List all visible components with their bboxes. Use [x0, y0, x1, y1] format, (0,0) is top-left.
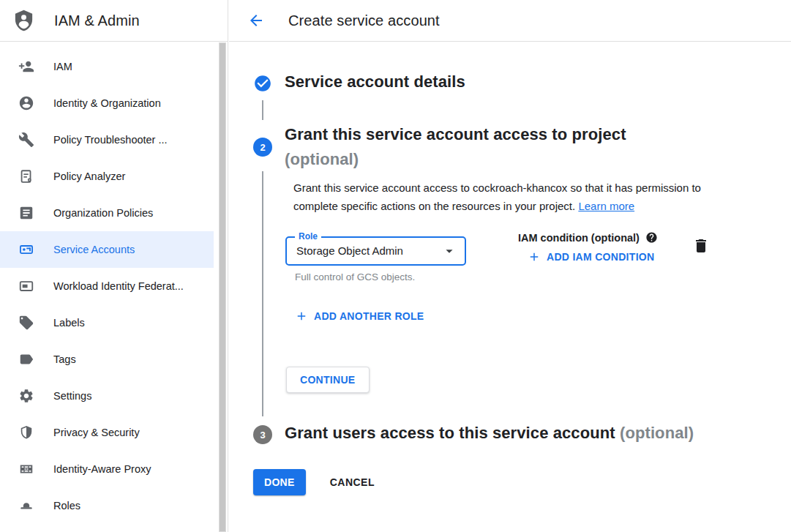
- step-connector: [262, 100, 263, 120]
- sidebar-item-label: Privacy & Security: [53, 427, 140, 438]
- label-arrow-icon: [18, 351, 34, 367]
- step2-title: Grant this service account access to pro…: [285, 122, 626, 172]
- document-gear-icon: [18, 168, 34, 184]
- sidebar-item-label: Identity & Organization: [53, 97, 161, 109]
- step2-title-text: Grant this service account access to pro…: [285, 125, 626, 143]
- iam-condition-block: IAM condition (optional) ADD IAM CONDITI…: [518, 231, 658, 263]
- app-title: IAM & Admin: [54, 12, 140, 29]
- sidebar-item-service-accounts[interactable]: Service Accounts: [0, 231, 214, 268]
- sidebar-item-label: Identity-Aware Proxy: [53, 463, 151, 475]
- sidebar: IAM & Admin IAM Identity & Organization …: [0, 0, 228, 532]
- role-helper-text: Full control of GCS objects.: [295, 271, 415, 282]
- plus-icon: [295, 310, 308, 323]
- step3-title-text: Grant users access to this service accou…: [285, 424, 615, 442]
- page-header: Create service account: [229, 0, 791, 42]
- sidebar-item-label: Tags: [53, 353, 76, 365]
- gear-icon: [18, 388, 34, 404]
- role-select[interactable]: Role Storage Object Admin: [285, 236, 466, 266]
- service-account-badge-icon: [18, 241, 34, 258]
- sidebar-item-organization-policies[interactable]: Organization Policies: [0, 195, 214, 231]
- step3-title: Grant users access to this service accou…: [285, 424, 694, 443]
- sidebar-item-tags[interactable]: Tags: [0, 341, 214, 378]
- sidebar-item-label: Policy Troubleshooter ...: [53, 134, 168, 146]
- sidebar-item-policy-analyzer[interactable]: Policy Analyzer: [0, 158, 214, 195]
- add-another-role-label: ADD ANOTHER ROLE: [314, 310, 424, 322]
- help-circle-icon[interactable]: [645, 231, 658, 244]
- page-title: Create service account: [288, 12, 440, 29]
- proxy-frame-icon: [18, 461, 34, 477]
- sidebar-item-label: Settings: [53, 390, 91, 402]
- sidebar-item-privacy-security[interactable]: Privacy & Security: [0, 414, 214, 451]
- done-button[interactable]: DONE: [253, 469, 306, 495]
- sidebar-item-identity-aware-proxy[interactable]: Identity-Aware Proxy: [0, 451, 214, 487]
- role-selected-value: Storage Object Admin: [296, 244, 403, 257]
- person-add-icon: [18, 59, 34, 75]
- cancel-button[interactable]: CANCEL: [330, 476, 375, 488]
- sidebar-item-label: Policy Analyzer: [53, 171, 125, 182]
- role-field-label: Role: [295, 231, 321, 241]
- sidebar-item-iam[interactable]: IAM: [0, 48, 214, 85]
- continue-button[interactable]: CONTINUE: [286, 367, 370, 393]
- sidebar-item-label: Roles: [53, 500, 80, 512]
- sidebar-item-label: Workload Identity Federat...: [53, 280, 184, 292]
- back-arrow-icon[interactable]: [247, 12, 265, 29]
- sidebar-item-identity-organization[interactable]: Identity & Organization: [0, 85, 214, 121]
- tag-icon: [18, 315, 34, 331]
- add-iam-condition-label: ADD IAM CONDITION: [547, 251, 654, 263]
- step-connector: [262, 171, 263, 416]
- sidebar-header: IAM & Admin: [0, 0, 228, 42]
- step1-title: Service account details: [285, 72, 465, 91]
- wrench-icon: [18, 132, 34, 148]
- chevron-down-icon: [441, 243, 457, 259]
- step1-complete-check-icon: [253, 74, 272, 93]
- sidebar-nav: IAM Identity & Organization Policy Troub…: [0, 42, 228, 524]
- sidebar-item-label: IAM: [53, 61, 72, 72]
- step3-optional-label: (optional): [620, 424, 694, 442]
- sidebar-item-workload-identity-federation[interactable]: Workload Identity Federat...: [0, 268, 214, 304]
- footer-actions: DONE CANCEL: [253, 469, 375, 495]
- add-another-role-button[interactable]: ADD ANOTHER ROLE: [295, 310, 424, 323]
- sidebar-scrollbar[interactable]: [219, 42, 226, 532]
- step3-number: 3: [260, 430, 265, 441]
- step2-optional-label: (optional): [285, 150, 359, 168]
- step2-description: Grant this service account access to coc…: [293, 179, 737, 215]
- shield-half-icon: [18, 424, 34, 441]
- sidebar-item-settings[interactable]: Settings: [0, 378, 214, 414]
- sidebar-item-roles[interactable]: Roles: [0, 487, 214, 524]
- main-panel: Create service account Service account d…: [229, 0, 791, 532]
- add-iam-condition-button[interactable]: ADD IAM CONDITION: [528, 250, 658, 263]
- step2-number-badge: 2: [253, 138, 272, 157]
- iam-condition-label: IAM condition (optional): [518, 232, 640, 244]
- sidebar-item-labels[interactable]: Labels: [0, 304, 214, 341]
- learn-more-link[interactable]: Learn more: [578, 200, 634, 212]
- iam-admin-shield-icon: [12, 8, 35, 33]
- hat-icon: [18, 498, 34, 514]
- wizard-content: Service account details 2 Grant this ser…: [229, 42, 791, 532]
- sidebar-item-policy-troubleshooter[interactable]: Policy Troubleshooter ...: [0, 121, 214, 158]
- trash-icon[interactable]: [692, 237, 710, 255]
- sidebar-item-label: Service Accounts: [53, 244, 135, 255]
- article-icon: [18, 205, 34, 221]
- card-icon: [18, 278, 34, 294]
- sidebar-item-label: Labels: [53, 317, 85, 329]
- plus-icon: [528, 250, 541, 263]
- step2-description-text: Grant this service account access to coc…: [293, 181, 701, 212]
- step3-number-badge: 3: [253, 425, 272, 444]
- step2-number: 2: [260, 142, 265, 153]
- sidebar-item-label: Organization Policies: [53, 207, 153, 219]
- account-circle-icon: [18, 95, 34, 111]
